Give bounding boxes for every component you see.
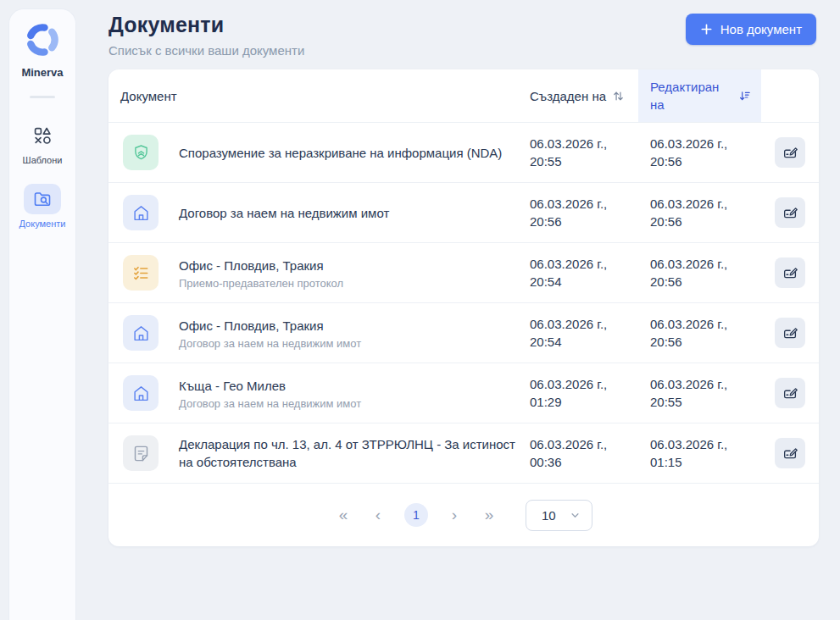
created-time: 20:56 (530, 213, 562, 230)
table-row[interactable]: Декларация по чл. 13, ал. 4 от ЗТРРЮЛНЦ … (108, 423, 819, 483)
created-time: 20:54 (530, 333, 562, 351)
page-subtitle: Списък с всички ваши документи (108, 43, 304, 58)
edit-icon (782, 145, 798, 161)
created-date: 06.03.2026 г., (530, 435, 607, 453)
document-title: Офис - Пловдив, Тракия (179, 317, 361, 335)
column-header-created[interactable]: Създаден на (530, 69, 638, 122)
sort-descending-icon (738, 90, 751, 102)
table-row[interactable]: Споразумение за неразкриване на информац… (108, 122, 819, 182)
column-header-document: Документ (108, 69, 530, 122)
edit-document-button[interactable] (775, 438, 805, 468)
edit-document-button[interactable] (775, 257, 805, 288)
created-date: 06.03.2026 г., (530, 255, 607, 273)
document-subtitle: Договор за наем на недвижим имот (179, 397, 361, 410)
note-icon (123, 435, 159, 471)
page-title: Документи (108, 13, 304, 37)
created-date-cell: 06.03.2026 г., 00:36 (530, 423, 638, 483)
sidebar-item-templates[interactable]: Шаблони (23, 120, 63, 165)
new-document-label: Нов документ (720, 22, 802, 36)
table-body: Споразумение за неразкриване на информац… (108, 122, 819, 483)
chevron-down-icon (570, 510, 581, 521)
column-header-actions (761, 69, 819, 122)
house-icon (123, 375, 159, 411)
pagination-prev-button[interactable]: ‹ (370, 503, 387, 527)
folder-search-icon (24, 184, 61, 214)
edit-icon (782, 446, 798, 462)
document-title: Офис - Пловдив, Тракия (179, 257, 343, 274)
edited-date: 06.03.2026 г., (650, 375, 727, 393)
sidebar-item-documents[interactable]: Документи (19, 184, 66, 229)
brand-name: Minerva (21, 66, 63, 79)
edit-document-button[interactable] (775, 197, 805, 228)
document-subtitle: Договор за наем на недвижим имот (179, 337, 361, 350)
document-title: Споразумение за неразкриване на информац… (179, 144, 502, 162)
house-icon (123, 195, 159, 230)
pagination-next-button[interactable]: › (446, 503, 463, 527)
created-time: 20:55 (530, 152, 562, 170)
edited-time: 20:56 (650, 213, 682, 230)
sidebar-item-label: Шаблони (23, 155, 63, 165)
sidebar: Minerva Шаблони Документи (8, 8, 76, 620)
sort-both-icon (612, 90, 625, 102)
minerva-logo-icon (23, 20, 62, 59)
edited-date: 06.03.2026 г., (650, 315, 727, 333)
edited-time: 20:55 (650, 393, 682, 411)
document-title: Къща - Гео Милев (179, 377, 361, 395)
edit-icon (782, 385, 798, 401)
edit-document-button[interactable] (775, 318, 805, 348)
pagination-first-button[interactable]: « (335, 503, 352, 527)
edited-date-cell: 06.03.2026 г., 20:56 (638, 123, 761, 182)
edited-date-cell: 06.03.2026 г., 01:15 (638, 423, 761, 483)
edited-time: 20:56 (650, 152, 682, 170)
column-header-edited[interactable]: Редактиран на (638, 69, 761, 122)
created-time: 00:36 (530, 453, 562, 471)
document-title: Декларация по чл. 13, ал. 4 от ЗТРРЮЛНЦ … (179, 435, 516, 471)
created-time: 01:29 (530, 393, 562, 411)
edited-date-cell: 06.03.2026 г., 20:56 (638, 303, 761, 363)
created-date-cell: 06.03.2026 г., 20:54 (530, 303, 638, 363)
house-icon (123, 315, 159, 351)
created-date: 06.03.2026 г., (530, 195, 607, 213)
edited-date: 06.03.2026 г., (650, 195, 727, 213)
column-header-edited-label: Редактиран на (650, 78, 728, 113)
created-date-cell: 06.03.2026 г., 20:55 (530, 123, 638, 182)
table-row[interactable]: Офис - Пловдив, Тракия Договор за наем н… (108, 302, 819, 363)
sidebar-divider (30, 96, 55, 98)
document-subtitle: Приемо-предавателен протокол (179, 277, 343, 290)
sidebar-item-label: Документи (19, 219, 66, 229)
pagination: « ‹ 1 › » 10 (108, 483, 819, 546)
column-header-created-label: Създаден на (530, 89, 606, 103)
created-date: 06.03.2026 г., (530, 315, 607, 333)
edited-date-cell: 06.03.2026 г., 20:56 (638, 183, 761, 242)
checklist-icon (123, 255, 159, 291)
edited-date: 06.03.2026 г., (650, 135, 727, 152)
edited-date-cell: 06.03.2026 г., 20:56 (638, 243, 761, 302)
created-date-cell: 06.03.2026 г., 20:54 (530, 243, 638, 302)
edited-time: 01:15 (650, 453, 682, 471)
new-document-button[interactable]: Нов документ (686, 14, 816, 45)
pagination-page-1[interactable]: 1 (404, 503, 428, 527)
shield-check-icon (123, 135, 159, 170)
edited-time: 20:56 (650, 333, 682, 351)
document-title: Договор за наем на недвижим имот (179, 204, 389, 222)
documents-table: Документ Създаден на Редактиран на (108, 69, 819, 546)
edit-document-button[interactable] (775, 378, 805, 408)
created-date: 06.03.2026 г., (530, 375, 607, 393)
table-row[interactable]: Договор за наем на недвижим имот 06.03.2… (108, 182, 819, 242)
created-date-cell: 06.03.2026 г., 01:29 (530, 363, 638, 423)
edited-date: 06.03.2026 г., (650, 435, 727, 453)
shapes-icon (24, 120, 61, 151)
created-date: 06.03.2026 г., (530, 135, 607, 152)
table-row[interactable]: Къща - Гео Милев Договор за наем на недв… (108, 363, 819, 423)
page-size-select[interactable]: 10 (526, 500, 592, 531)
table-header-row: Документ Създаден на Редактиран на (108, 69, 819, 122)
edit-icon (782, 325, 798, 341)
pagination-last-button[interactable]: » (481, 503, 498, 527)
created-time: 20:54 (530, 273, 562, 291)
edit-icon (782, 205, 798, 221)
edit-document-button[interactable] (775, 137, 805, 168)
page-size-value: 10 (542, 508, 556, 523)
table-row[interactable]: Офис - Пловдив, Тракия Приемо-предавател… (108, 242, 819, 302)
edit-icon (782, 265, 798, 281)
edited-time: 20:56 (650, 273, 682, 291)
